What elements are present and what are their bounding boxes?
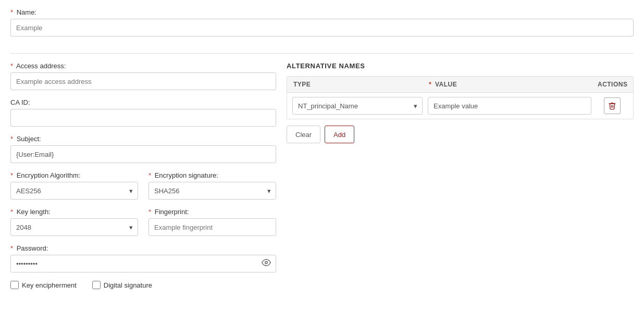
name-required-star: * <box>10 8 13 16</box>
col-actions-header: ACTIONS <box>591 77 633 92</box>
clear-button[interactable]: Clear <box>287 126 320 143</box>
password-toggle-icon[interactable] <box>262 258 271 269</box>
fingerprint-label: * Fingerprint: <box>148 208 276 216</box>
password-input[interactable] <box>10 255 276 272</box>
alt-names-header: TYPE * VALUE ACTIONS <box>287 77 633 93</box>
ca-id-label: CA ID: <box>10 98 276 106</box>
alt-name-value-wrapper <box>428 97 591 115</box>
action-buttons: Clear Add <box>287 126 634 143</box>
fingerprint-input[interactable] <box>148 218 276 236</box>
access-address-input[interactable] <box>10 72 276 90</box>
access-address-label: * Access address: <box>10 62 276 70</box>
key-length-label: * Key length: <box>10 208 138 216</box>
delete-alt-name-button[interactable] <box>604 97 621 114</box>
encryption-signature-label: * Encryption signature: <box>148 171 276 179</box>
subject-label: * Subject: <box>10 135 276 143</box>
add-button[interactable]: Add <box>325 126 354 143</box>
alt-names-table: TYPE * VALUE ACTIONS NT_principal_Name D… <box>287 76 634 119</box>
type-select-wrapper: NT_principal_Name DNS Name IP Address Em… <box>292 97 423 115</box>
encryption-algorithm-select[interactable]: AES256 AES128 3DES <box>10 182 138 200</box>
alt-name-actions <box>597 97 628 114</box>
subject-input[interactable] <box>10 145 276 163</box>
alt-names-row: NT_principal_Name DNS Name IP Address Em… <box>287 93 633 119</box>
alt-names-title: ALTERNATIVE NAMES <box>287 62 634 70</box>
svg-point-0 <box>265 262 268 264</box>
col-type-header: TYPE <box>287 77 423 92</box>
key-encipherment-label: Key encipherment <box>22 281 77 289</box>
name-label: * Name: <box>10 8 634 16</box>
encryption-algorithm-label: * Encryption Algorithm: <box>10 171 138 179</box>
col-value-header: * VALUE <box>423 77 591 92</box>
alt-name-type-select[interactable]: NT_principal_Name DNS Name IP Address Em… <box>292 97 423 115</box>
key-length-select[interactable]: 2048 4096 1024 <box>10 218 138 236</box>
name-input[interactable] <box>10 19 634 36</box>
ca-id-input[interactable] <box>10 109 276 127</box>
alt-name-value-input[interactable] <box>428 97 591 115</box>
trash-icon <box>608 102 616 110</box>
password-label: * Password: <box>10 244 276 252</box>
digital-signature-label: Digital signature <box>104 281 152 289</box>
key-encipherment-checkbox[interactable] <box>10 281 19 289</box>
digital-signature-checkbox[interactable] <box>92 281 101 289</box>
encryption-signature-select[interactable]: SHA256 SHA512 SHA1 <box>148 182 276 200</box>
